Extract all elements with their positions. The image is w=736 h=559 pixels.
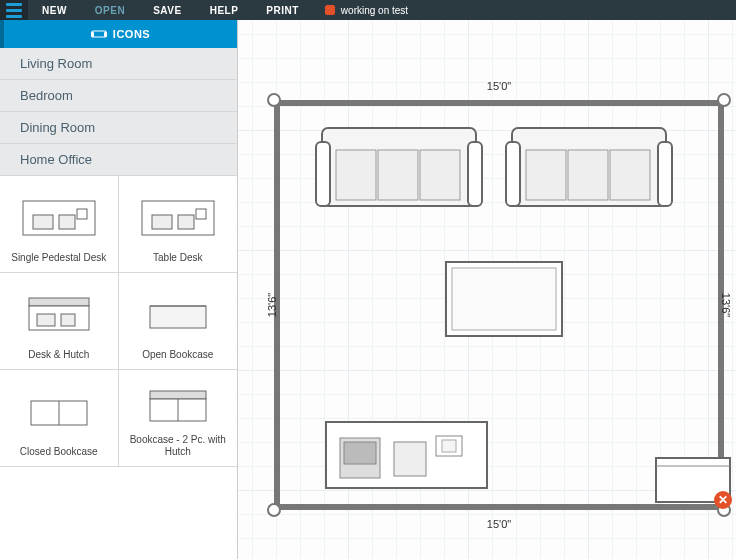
palette-item-bookcase-2pc-hutch[interactable]: Bookcase - 2 Pc. with Hutch — [119, 370, 238, 467]
svg-rect-15 — [150, 306, 206, 328]
svg-rect-27 — [420, 150, 460, 200]
palette-item-closed-bookcase[interactable]: Closed Bookcase — [0, 370, 119, 467]
svg-rect-6 — [77, 209, 87, 219]
furniture-sofa[interactable] — [314, 120, 484, 215]
svg-rect-29 — [506, 142, 520, 206]
palette-label: Desk & Hutch — [28, 349, 89, 361]
menu-save[interactable]: SAVE — [139, 5, 196, 16]
svg-rect-38 — [344, 442, 376, 464]
svg-rect-32 — [568, 150, 608, 200]
svg-rect-23 — [316, 142, 330, 206]
category-bedroom[interactable]: Bedroom — [0, 80, 237, 112]
palette-item-open-bookcase[interactable]: Open Bookcase — [119, 273, 238, 370]
category-home-office[interactable]: Home Office — [0, 144, 237, 176]
tab-label: ICONS — [113, 28, 150, 40]
palette-item-table-desk[interactable]: Table Desk — [119, 176, 238, 273]
menu-help[interactable]: HELP — [196, 5, 253, 16]
menu-open[interactable]: OPEN — [81, 5, 139, 16]
furniture-desk[interactable] — [324, 420, 489, 490]
sidebar: ICONS Living Room Bedroom Dining Room Ho… — [0, 20, 238, 559]
bookcase-hutch-icon — [123, 378, 234, 434]
sofa-icon — [91, 28, 107, 40]
svg-rect-11 — [29, 298, 89, 306]
menu-new[interactable]: NEW — [28, 5, 81, 16]
svg-rect-14 — [61, 314, 75, 326]
svg-rect-10 — [196, 209, 206, 219]
palette-label: Closed Bookcase — [20, 446, 98, 458]
palette-label: Bookcase - 2 Pc. with Hutch — [123, 434, 234, 458]
svg-rect-0 — [92, 31, 106, 37]
svg-rect-41 — [442, 440, 456, 452]
svg-rect-19 — [150, 391, 206, 399]
svg-rect-2 — [104, 32, 107, 37]
palette-item-desk-hutch[interactable]: Desk & Hutch — [0, 273, 119, 370]
floorplan-canvas[interactable]: 15'0" 13'6" 13'6" 15'0" — [238, 20, 736, 559]
furniture-sofa[interactable] — [504, 120, 674, 215]
svg-rect-25 — [336, 150, 376, 200]
wall-bottom[interactable] — [274, 504, 724, 510]
svg-rect-13 — [37, 314, 55, 326]
svg-rect-30 — [658, 142, 672, 206]
dimension-left: 13'6" — [266, 293, 278, 317]
furniture-table[interactable] — [444, 260, 564, 338]
menu-print[interactable]: PRINT — [252, 5, 313, 16]
dimension-bottom: 15'0" — [487, 518, 511, 530]
svg-rect-39 — [394, 442, 426, 476]
category-list: Living Room Bedroom Dining Room Home Off… — [0, 48, 237, 176]
svg-rect-5 — [59, 215, 75, 229]
bookcase-icon — [123, 281, 234, 349]
category-dining-room[interactable]: Dining Room — [0, 112, 237, 144]
tab-icons[interactable]: ICONS — [0, 20, 237, 48]
hamburger-menu-icon[interactable] — [0, 0, 28, 20]
furniture-palette: Single Pedestal Desk Table Desk Desk & H… — [0, 176, 237, 559]
svg-rect-4 — [33, 215, 53, 229]
status-indicator: working on test — [325, 5, 408, 16]
palette-label: Single Pedestal Desk — [11, 252, 106, 264]
status-dot-icon — [325, 5, 335, 15]
dimension-top: 15'0" — [487, 80, 511, 92]
svg-rect-9 — [178, 215, 194, 229]
svg-rect-24 — [468, 142, 482, 206]
svg-rect-31 — [526, 150, 566, 200]
desk-icon — [4, 184, 114, 252]
bookcase-icon — [4, 378, 114, 446]
close-icon: ✕ — [718, 493, 728, 507]
palette-label: Table Desk — [153, 252, 202, 264]
svg-rect-1 — [91, 32, 94, 37]
svg-rect-35 — [452, 268, 556, 330]
corner-handle[interactable] — [267, 93, 281, 107]
status-text: working on test — [341, 5, 408, 16]
palette-item-single-pedestal-desk[interactable]: Single Pedestal Desk — [0, 176, 119, 273]
corner-handle[interactable] — [267, 503, 281, 517]
wall-top[interactable] — [274, 100, 724, 106]
corner-handle[interactable] — [717, 93, 731, 107]
category-living-room[interactable]: Living Room — [0, 48, 237, 80]
dimension-right: 13'6" — [720, 293, 732, 317]
desk-hutch-icon — [4, 281, 114, 349]
svg-rect-26 — [378, 150, 418, 200]
close-button[interactable]: ✕ — [714, 491, 732, 509]
room-outline[interactable]: 15'0" 13'6" 13'6" 15'0" — [274, 100, 724, 510]
palette-label: Open Bookcase — [142, 349, 213, 361]
desk-icon — [123, 184, 234, 252]
svg-rect-33 — [610, 150, 650, 200]
svg-rect-8 — [152, 215, 172, 229]
topbar: NEW OPEN SAVE HELP PRINT working on test — [0, 0, 736, 20]
